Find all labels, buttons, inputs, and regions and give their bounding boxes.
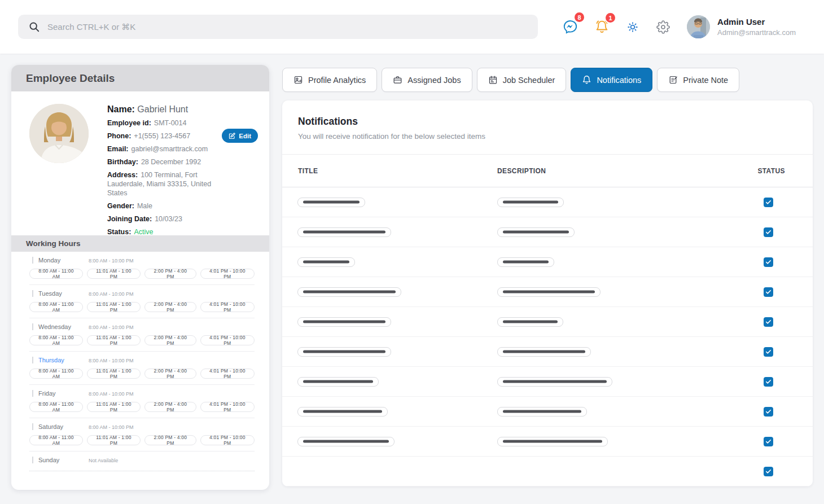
detail-label: Gender: [107, 202, 134, 210]
time-slot-chip[interactable]: 2:00 PM - 4:00 PM [144, 269, 196, 279]
time-slot-chip[interactable]: 2:00 PM - 4:00 PM [144, 335, 196, 345]
notifications-button[interactable]: 1 [595, 20, 609, 34]
time-slot-chip[interactable]: 11:01 AM - 1:00 PM [87, 435, 141, 445]
detail-value: Active [134, 228, 153, 236]
tab-label: Private Note [683, 76, 728, 85]
edit-button-label: Edit [239, 133, 251, 139]
working-hours-day-friday: Friday8:00 AM - 10:00 PM8:00 AM - 11:00 … [29, 390, 255, 418]
time-slot-chip[interactable]: 4:01 PM - 10:00 PM [200, 335, 255, 345]
search-bar[interactable] [18, 15, 538, 39]
notification-row [282, 427, 813, 457]
notification-title-placeholder [297, 257, 355, 267]
user-menu[interactable]: Admin User Admin@smarttrack.com [687, 15, 796, 38]
user-email: Admin@smarttrack.com [717, 28, 796, 37]
notification-description-placeholder [497, 407, 587, 417]
time-slot-chip[interactable]: 2:00 PM - 4:00 PM [144, 369, 196, 379]
detail-tabs: Profile AnalyticsAssigned JobsJob Schedu… [282, 68, 739, 92]
employee-detail-row: Employee id:SMT-0014 [107, 119, 224, 128]
time-slot-chip[interactable]: 8:00 AM - 11:00 AM [29, 369, 83, 379]
working-hours-day-tuesday: Tuesday8:00 AM - 10:00 PM8:00 AM - 11:00… [29, 290, 255, 318]
notification-status-checkbox[interactable] [764, 287, 773, 297]
time-slot-chip[interactable]: 11:01 AM - 1:00 PM [87, 269, 141, 279]
working-hours-day-saturday: Saturday8:00 AM - 10:00 PM8:00 AM - 11:0… [29, 423, 255, 452]
notification-status-checkbox[interactable] [764, 467, 773, 476]
notification-row [282, 367, 813, 397]
time-slot-chip[interactable]: 2:00 PM - 4:00 PM [144, 435, 196, 445]
column-status: STATUS [757, 167, 813, 175]
job-scheduler-icon [488, 75, 498, 85]
day-hours-range: Not Available [89, 458, 118, 463]
theme-toggle-button[interactable] [626, 20, 639, 34]
employee-detail-row: Address:100 Terminal, Fort Lauderdale, M… [107, 170, 224, 198]
edit-employee-button[interactable]: Edit [222, 129, 258, 143]
day-divider [29, 471, 255, 471]
detail-value: 10/03/23 [155, 215, 182, 223]
tab-label: Assigned Jobs [407, 76, 461, 85]
notification-row [282, 397, 813, 427]
name-value: Gabriel Hunt [137, 104, 188, 114]
notification-status-checkbox[interactable] [764, 227, 773, 237]
notification-description-placeholder [497, 437, 608, 446]
working-hours-title: Working Hours [11, 235, 269, 252]
time-slot-chip[interactable]: 2:00 PM - 4:00 PM [144, 402, 196, 412]
tab-job-scheduler[interactable]: Job Scheduler [477, 68, 567, 92]
employee-detail-list: Employee id:SMT-0014Phone:+1(555) 123-45… [107, 119, 224, 236]
time-slot-chip[interactable]: 8:00 AM - 11:00 AM [29, 269, 83, 279]
notification-title-placeholder [297, 227, 391, 237]
day-hours-range: 8:00 AM - 10:00 PM [89, 391, 134, 397]
notification-status-checkbox[interactable] [764, 347, 773, 357]
time-slot-chip[interactable]: 11:01 AM - 1:00 PM [87, 369, 141, 379]
tab-private-note[interactable]: Private Note [657, 68, 739, 92]
working-hours-day-thursday: Thursday8:00 AM - 10:00 PM8:00 AM - 11:0… [29, 357, 255, 385]
notification-status-checkbox[interactable] [764, 257, 773, 267]
time-slot-chip[interactable]: 2:00 PM - 4:00 PM [144, 302, 196, 312]
notification-row [282, 457, 813, 487]
time-slot-chip[interactable]: 8:00 AM - 11:00 AM [29, 302, 83, 312]
time-slot-chip[interactable]: 11:01 AM - 1:00 PM [87, 302, 141, 312]
notifications-icon [582, 75, 591, 85]
tab-assigned-jobs[interactable]: Assigned Jobs [382, 68, 472, 92]
working-hours-day-monday: Monday8:00 AM - 10:00 PM8:00 AM - 11:00 … [29, 257, 255, 285]
notification-status-checkbox[interactable] [764, 437, 773, 446]
employee-detail-row: Birthday:28 December 1992 [107, 157, 224, 166]
time-slot-chip[interactable]: 4:01 PM - 10:00 PM [200, 402, 255, 412]
day-divider [29, 384, 255, 385]
day-hours-range: 8:00 AM - 10:00 PM [89, 291, 134, 297]
topbar: 8 1 Admin User Admin@smarttrack.com [0, 0, 824, 54]
time-slot-chip[interactable]: 11:01 AM - 1:00 PM [87, 335, 141, 345]
tab-notifications[interactable]: Notifications [571, 68, 652, 92]
working-hours-list: Monday8:00 AM - 10:00 PM8:00 AM - 11:00 … [11, 252, 269, 476]
notification-description-placeholder [497, 347, 591, 357]
time-slot-chip[interactable]: 4:01 PM - 10:00 PM [200, 369, 255, 379]
notification-status-checkbox[interactable] [764, 407, 773, 417]
time-slot-chip[interactable]: 4:01 PM - 10:00 PM [200, 269, 255, 279]
time-slot-chip[interactable]: 8:00 AM - 11:00 AM [29, 435, 83, 445]
notification-status-checkbox[interactable] [764, 377, 773, 387]
working-hours-day-wednesday: Wednesday8:00 AM - 10:00 PM8:00 AM - 11:… [29, 323, 255, 352]
notification-description-placeholder [497, 377, 612, 387]
notifications-panel: Notifications You will receive notificat… [282, 100, 813, 487]
assigned-jobs-icon [393, 75, 402, 85]
day-hours-range: 8:00 AM - 10:00 PM [89, 358, 134, 363]
detail-label: Birthday: [107, 158, 138, 166]
messages-button[interactable]: 8 [563, 19, 578, 34]
detail-label: Status: [107, 228, 131, 236]
search-input[interactable] [47, 22, 528, 32]
time-slot-chip[interactable]: 4:01 PM - 10:00 PM [200, 435, 255, 445]
time-slot-chip[interactable]: 11:01 AM - 1:00 PM [87, 402, 141, 412]
notification-status-checkbox[interactable] [764, 198, 773, 207]
employee-detail-row: Gender:Male [107, 201, 224, 211]
day-name: Sunday [32, 457, 89, 463]
time-slot-chip[interactable]: 8:00 AM - 11:00 AM [29, 335, 83, 345]
notification-row [282, 307, 813, 337]
notification-title-placeholder [297, 287, 401, 297]
settings-button[interactable] [656, 20, 670, 34]
tab-profile-analytics[interactable]: Profile Analytics [282, 68, 377, 92]
user-name: Admin User [717, 17, 796, 27]
employee-name-row: Name: Gabriel Hunt [107, 104, 224, 115]
time-slot-chip[interactable]: 4:01 PM - 10:00 PM [200, 302, 255, 312]
notification-status-checkbox[interactable] [764, 317, 773, 327]
notification-description-placeholder [497, 198, 564, 207]
notifications-badge: 1 [604, 12, 616, 24]
time-slot-chip[interactable]: 8:00 AM - 11:00 AM [29, 402, 83, 412]
